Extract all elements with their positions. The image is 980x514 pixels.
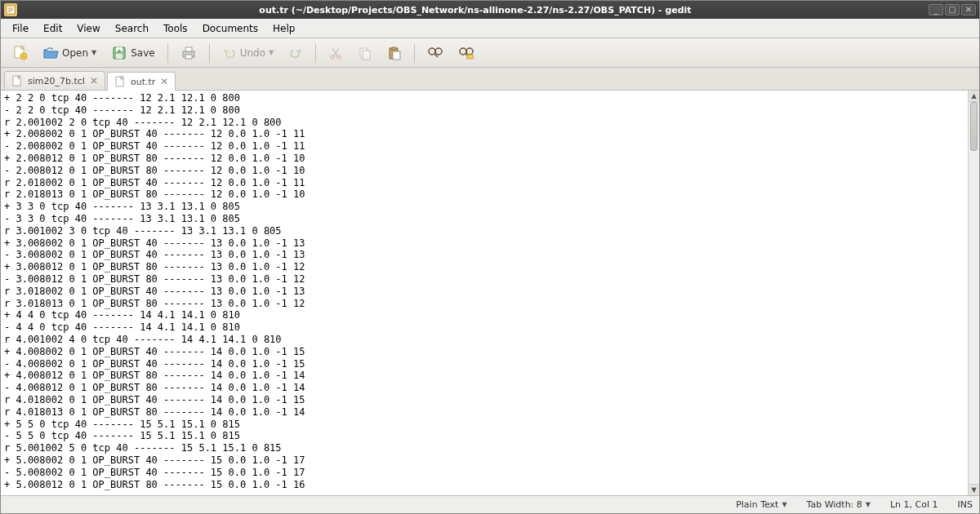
window-controls: _ ▢ ✕ — [929, 4, 976, 16]
print-button[interactable] — [175, 42, 203, 64]
svg-point-23 — [435, 48, 442, 55]
scroll-thumb[interactable] — [970, 102, 978, 151]
cut-icon — [328, 46, 343, 60]
svg-point-24 — [460, 48, 466, 55]
open-button[interactable]: Open ▼ — [37, 42, 102, 64]
toolbar: Open ▼ Save Undo ▼ — [1, 38, 979, 68]
menu-edit[interactable]: Edit — [37, 21, 69, 36]
find-icon — [427, 46, 443, 60]
statusbar: Plain Text ▼ Tab Width: 8 ▼ Ln 1, Col 1 … — [1, 495, 979, 513]
position-label: Ln 1, Col 1 — [890, 499, 938, 510]
tab-label: sim20_7b.tcl — [28, 76, 85, 86]
find-replace-button[interactable] — [452, 42, 480, 64]
undo-label: Undo — [240, 47, 265, 59]
save-icon — [111, 45, 127, 61]
tab-sim20-7b-tcl[interactable]: sim20_7b.tcl ✕ — [4, 71, 105, 90]
app-icon — [4, 3, 17, 16]
new-button[interactable] — [6, 42, 33, 64]
language-label: Plain Text — [736, 499, 778, 510]
document-tabs: sim20_7b.tcl ✕ out.tr ✕ — [1, 68, 979, 91]
cursor-position: Ln 1, Col 1 — [890, 499, 938, 510]
open-folder-icon — [42, 45, 59, 61]
save-label: Save — [131, 47, 154, 59]
cut-button[interactable] — [323, 42, 349, 64]
svg-rect-10 — [116, 54, 122, 59]
copy-icon — [358, 46, 372, 60]
undo-button[interactable]: Undo ▼ — [216, 42, 280, 64]
menu-tools[interactable]: Tools — [157, 21, 194, 36]
scroll-down-icon[interactable]: ▼ — [969, 484, 979, 495]
menubar: File Edit View Search Tools Documents He… — [1, 19, 979, 38]
new-file-icon — [11, 45, 28, 61]
text-editor[interactable]: + 2 2 0 tcp 40 ------- 12 2.1 12.1 0 800… — [1, 91, 968, 495]
open-label: Open — [62, 47, 88, 59]
copy-button[interactable] — [352, 42, 378, 64]
menu-documents[interactable]: Documents — [196, 21, 265, 36]
menu-view[interactable]: View — [70, 21, 106, 36]
chevron-down-icon: ▼ — [91, 49, 96, 56]
redo-icon — [288, 46, 303, 60]
find-button[interactable] — [421, 42, 449, 64]
tabwidth-label: Tab Width: 8 — [807, 499, 862, 510]
insert-label: INS — [958, 499, 973, 510]
language-selector[interactable]: Plain Text ▼ — [736, 499, 786, 510]
file-icon — [11, 75, 23, 86]
chevron-down-icon: ▼ — [866, 501, 871, 508]
menu-search[interactable]: Search — [109, 21, 155, 36]
toolbar-separator — [209, 43, 210, 63]
svg-rect-20 — [393, 51, 400, 60]
paste-icon — [387, 46, 402, 60]
maximize-button[interactable]: ▢ — [945, 4, 960, 16]
minimize-button[interactable]: _ — [929, 4, 943, 16]
tabwidth-selector[interactable]: Tab Width: 8 ▼ — [807, 499, 871, 510]
svg-point-26 — [466, 48, 473, 55]
window-titlebar: out.tr (~/Desktop/Projects/OBS_Network/n… — [1, 1, 979, 19]
paste-button[interactable] — [381, 42, 408, 64]
tab-out-tr[interactable]: out.tr ✕ — [107, 72, 176, 91]
file-icon — [114, 76, 126, 87]
undo-icon — [222, 46, 237, 60]
chevron-down-icon: ▼ — [269, 49, 274, 56]
vertical-scrollbar[interactable]: ▲ ▼ — [968, 91, 979, 495]
svg-rect-27 — [467, 55, 473, 59]
toolbar-separator — [414, 43, 415, 63]
tab-label: out.tr — [131, 77, 155, 87]
menu-help[interactable]: Help — [266, 21, 301, 36]
tab-close-icon[interactable]: ✕ — [160, 76, 168, 87]
svg-rect-13 — [185, 55, 192, 59]
insert-mode[interactable]: INS — [958, 499, 973, 510]
tab-close-icon[interactable]: ✕ — [90, 75, 98, 86]
toolbar-separator — [167, 43, 168, 63]
redo-button[interactable] — [283, 42, 309, 64]
scroll-up-icon[interactable]: ▲ — [969, 91, 979, 102]
chevron-down-icon: ▼ — [782, 501, 786, 508]
svg-rect-19 — [392, 47, 395, 50]
close-button[interactable]: ✕ — [961, 4, 976, 16]
window-title: out.tr (~/Desktop/Projects/OBS_Network/n… — [22, 5, 929, 16]
svg-rect-12 — [185, 47, 192, 51]
find-replace-icon — [458, 46, 474, 60]
svg-point-21 — [429, 48, 435, 55]
menu-file[interactable]: File — [6, 21, 35, 36]
editor-area: + 2 2 0 tcp 40 ------- 12 2.1 12.1 0 800… — [1, 91, 979, 495]
toolbar-separator — [315, 43, 316, 63]
svg-rect-17 — [363, 51, 370, 60]
save-button[interactable]: Save — [105, 42, 160, 64]
print-icon — [180, 45, 197, 61]
